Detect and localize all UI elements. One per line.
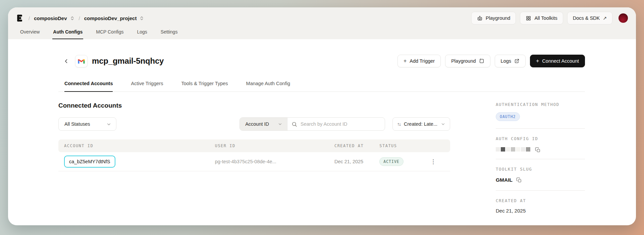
page-header: mcp_gmail-5nqhcy + Add Trigger Playgroun… <box>58 55 585 67</box>
add-trigger-button[interactable]: + Add Trigger <box>397 55 441 67</box>
section-heading: Connected Accounts <box>58 102 450 109</box>
detail-tabs: Connected Accounts Active Triggers Tools… <box>58 81 585 92</box>
robot-icon <box>477 15 483 21</box>
table-row[interactable]: ca_bZ5eMY7dtNfS pg-test-4b375c25-08de-4e… <box>58 152 450 171</box>
filter-row: All Statuses Account ID <box>58 117 450 131</box>
tab-overview[interactable]: Overview <box>19 26 40 39</box>
connect-account-button[interactable]: + Connect Account <box>530 55 585 67</box>
created-at-value: Dec 21, 2025 <box>496 208 585 214</box>
breadcrumb-project[interactable]: composioDev_project <box>84 15 137 21</box>
auth-method-label: AUTHENTICATION METHOD <box>496 102 585 107</box>
arrow-up-right-icon: ↗ <box>603 15 607 21</box>
back-button[interactable] <box>62 57 70 65</box>
auth-config-id-redacted-value <box>496 147 585 152</box>
created-at-label: CREATED AT <box>496 198 585 203</box>
toolkit-slug-label: TOOLKIT SLUG <box>496 167 585 172</box>
breadcrumb-separator: / <box>29 15 30 21</box>
playground-open-button[interactable]: Playground <box>445 55 490 67</box>
org-switcher-chevrons-icon[interactable] <box>70 16 75 21</box>
tab-logs[interactable]: Logs <box>136 26 148 39</box>
divider <box>496 159 585 159</box>
status-badge: ACTIVE <box>379 157 404 166</box>
details-sidebar: AUTHENTICATION METHOD OAUTH2 AUTH CONFIG… <box>496 102 585 214</box>
tab-manage-auth-config[interactable]: Manage Auth Config <box>246 81 290 92</box>
tab-connected-accounts[interactable]: Connected Accounts <box>64 81 113 92</box>
created-at-cell: Dec 21, 2025 <box>329 159 374 164</box>
auth-config-id-label: AUTH CONFIG ID <box>496 136 585 141</box>
page-title: mcp_gmail-5nqhcy <box>92 56 164 66</box>
chevron-down-icon <box>106 122 111 127</box>
chevron-down-icon <box>278 122 282 126</box>
tab-mcp-configs[interactable]: MCP Configs <box>95 26 124 39</box>
composio-logo-icon[interactable] <box>15 14 24 23</box>
app-window: / composioDev / composioDev_project Play… <box>8 7 636 225</box>
search-icon <box>291 121 297 127</box>
tab-tools-trigger-types[interactable]: Tools & Trigger Types <box>181 81 228 92</box>
external-link-icon <box>514 58 520 64</box>
chevron-down-icon <box>441 122 445 126</box>
search-input[interactable] <box>301 121 381 127</box>
divider <box>496 190 585 191</box>
account-id-cell-highlighted[interactable]: ca_bZ5eMY7dtNfS <box>64 156 115 168</box>
tab-active-triggers[interactable]: Active Triggers <box>131 81 163 92</box>
topbar: / composioDev / composioDev_project Play… <box>8 7 636 39</box>
table-header-row: ACCOUNT ID USER ID CREATED AT STATUS <box>58 139 450 152</box>
primary-nav-tabs: Overview Auth Configs MCP Configs Logs S… <box>15 26 628 39</box>
auth-method-badge: OAUTH2 <box>496 112 520 121</box>
all-toolkits-button[interactable]: All Toolkits <box>520 12 563 24</box>
logs-button[interactable]: Logs <box>495 55 526 67</box>
breadcrumb-org[interactable]: composioDev <box>34 15 67 21</box>
project-switcher-chevrons-icon[interactable] <box>139 16 144 21</box>
replay-icon <box>479 58 484 64</box>
grid-icon <box>526 15 531 21</box>
connected-accounts-table: ACCOUNT ID USER ID CREATED AT STATUS ca_… <box>58 139 450 171</box>
sort-dropdown[interactable]: ↑↓ Created: Late... <box>392 117 450 131</box>
tab-settings[interactable]: Settings <box>160 26 178 39</box>
copy-icon[interactable] <box>535 147 539 152</box>
plus-icon: + <box>404 58 407 64</box>
status-filter-dropdown[interactable]: All Statuses <box>58 117 116 131</box>
toolkit-slug-value: GMAIL <box>496 177 513 183</box>
gmail-icon <box>75 55 88 67</box>
playground-button[interactable]: Playground <box>471 12 516 24</box>
copy-icon[interactable] <box>516 177 522 183</box>
user-avatar[interactable] <box>619 13 628 23</box>
breadcrumb-separator: / <box>79 15 80 21</box>
column-status: STATUS <box>374 143 425 148</box>
column-created-at: CREATED AT <box>329 143 374 148</box>
kebab-menu-icon[interactable]: ⋮ <box>425 158 435 165</box>
divider <box>496 128 585 129</box>
sort-arrows-icon: ↑↓ <box>397 121 400 127</box>
search-field-dropdown[interactable]: Account ID <box>240 118 287 130</box>
search-group: Account ID <box>239 117 385 131</box>
tab-auth-configs[interactable]: Auth Configs <box>52 26 83 39</box>
user-id-cell: pg-test-4b375c25-08de-4e... <box>209 159 329 164</box>
column-user-id: USER ID <box>209 143 329 148</box>
docs-sdk-button[interactable]: Docs & SDK ↗ <box>567 12 612 24</box>
column-account-id: ACCOUNT ID <box>58 143 209 148</box>
plus-icon: + <box>536 58 539 64</box>
